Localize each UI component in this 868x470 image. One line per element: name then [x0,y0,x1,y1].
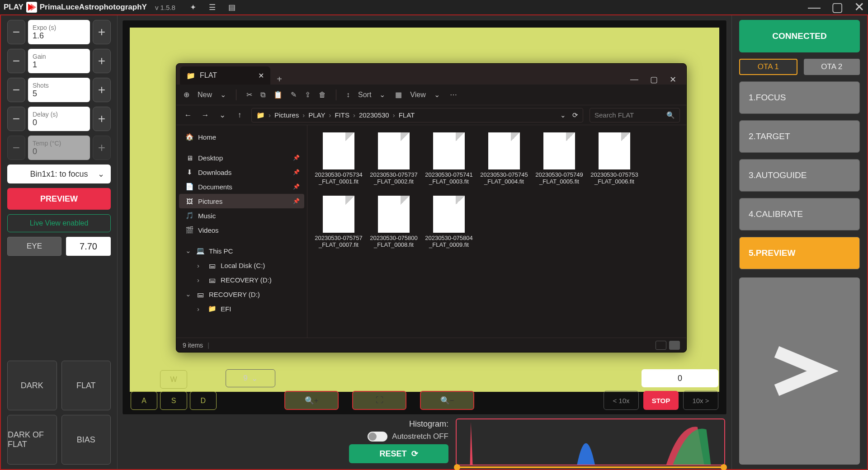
expo-plus[interactable]: + [93,20,111,44]
file-item[interactable]: 20230530-075800_FLAT_0008.fit [367,194,420,254]
more-menu[interactable]: ⋯ [450,90,457,99]
minimize-icon[interactable]: — [808,1,821,14]
close-icon[interactable]: ✕ [854,1,864,14]
speed-select[interactable]: 9 ⌄ [226,369,275,387]
chevron-down-icon[interactable]: ⌄ [560,111,566,119]
file-item[interactable]: 20230530-075745_FLAT_0004.fit [477,131,531,191]
binning-select[interactable]: Bin1x1: to focus ⌄ [7,164,111,183]
key-a[interactable]: A [131,391,157,410]
save-icon[interactable]: ▤ [228,3,236,12]
file-item[interactable]: 20230530-075737_FLAT_0002.fit [367,131,420,191]
explorer-files[interactable]: 20230530-075734_FLAT_0001.fit20230530-07… [307,125,686,338]
step-target[interactable]: 2.TARGET [739,120,860,153]
eye-label: EYE [7,237,61,256]
file-item[interactable]: 20230530-075804_FLAT_0009.fit [422,194,476,254]
step-autoguide[interactable]: 3.AUTOGUIDE [739,159,860,192]
step-preview[interactable]: 5.PREVIEW [739,237,860,269]
key-s[interactable]: S [160,391,187,410]
nav-desktop[interactable]: 🖥Desktop📌 [179,150,304,165]
nav-up-icon[interactable]: ↑ [234,111,245,120]
new-tab-button[interactable]: + [270,74,288,85]
nav-downloads[interactable]: ⬇Downloads📌 [179,165,304,179]
view-list-icon[interactable] [656,341,666,350]
ota-2-button[interactable]: OTA 2 [804,59,860,75]
key-w[interactable]: W [160,370,187,389]
zoom-out-button[interactable]: 🔍− [420,391,474,410]
explorer-search[interactable]: Search FLAT 🔍 [590,108,680,122]
sliders-icon[interactable]: ☰ [209,3,216,12]
nav-recent-icon[interactable]: ⌄ [217,110,228,120]
nav-back-icon[interactable]: ← [183,111,193,120]
flat-button[interactable]: FLAT [61,361,111,410]
back-10x-button[interactable]: < 10x [604,391,639,410]
ota-1-button[interactable]: OTA 1 [739,59,797,75]
step-calibrate[interactable]: 4.CALIBRATE [739,198,860,230]
tab-close-icon[interactable]: ✕ [258,71,264,80]
file-item[interactable]: 20230530-075757_FLAT_0007.fit [312,194,365,254]
nav-forward-icon[interactable]: → [200,111,211,120]
nav-recovery-d[interactable]: ⌄🖴RECOVERY (D:) [179,287,304,301]
maximize-icon[interactable]: ▢ [831,1,843,14]
gain-plus[interactable]: + [93,49,111,73]
zoom-in-button[interactable]: 🔍+ [284,391,339,410]
fwd-10x-button[interactable]: 10x > [683,391,718,410]
delay-field[interactable]: Delay (s) 0 [28,107,90,131]
bias-button[interactable]: BIAS [61,415,111,465]
view-menu[interactable]: ▦ View ⌄ [395,90,439,99]
breadcrumb[interactable]: 📁 ›Pictures ›PLAY ›FITS ›20230530 ›FLAT … [251,108,583,122]
dark-of-flat-button[interactable]: DARK OF FLAT [7,415,57,465]
sort-menu[interactable]: ↕ Sort ⌄ [346,90,385,99]
explorer-tab[interactable]: 📁 FLAT ✕ [180,66,270,85]
delete-icon[interactable]: 🗑 [319,91,326,99]
telescope-icon[interactable]: ✦ [190,3,196,12]
file-item[interactable]: 20230530-075741_FLAT_0003.fit [422,131,476,191]
view-grid-icon[interactable] [669,341,680,350]
explorer-maximize-icon[interactable]: ▢ [650,75,658,85]
zoom-fit-button[interactable]: ⛶ [352,391,406,410]
connected-status[interactable]: CONNECTED [739,20,860,52]
preview-controls: W A S D 9 ⌄ 🔍+ ⛶ 🔍− [123,369,726,414]
preview-button[interactable]: PREVIEW [7,188,111,210]
refresh-icon[interactable]: ⟳ [572,111,578,119]
shots-plus[interactable]: + [93,78,111,102]
nav-pictures[interactable]: 🖼Pictures📌 [179,194,304,208]
share-icon[interactable]: ⇪ [305,90,311,99]
explorer-window[interactable]: 📁 FLAT ✕ + — ▢ ✕ ⊕ New ⌄ ✂ [176,63,687,352]
gain-minus[interactable]: − [7,49,25,73]
nav-music[interactable]: 🎵Music [179,208,304,223]
delay-plus[interactable]: + [93,107,111,131]
rename-icon[interactable]: ✎ [291,90,297,99]
nav-drive-recovery[interactable]: ›🖴RECOVERY (D:) [179,273,304,287]
explorer-nav[interactable]: 🏠Home 🖥Desktop📌 ⬇Downloads📌 📄Documents📌 … [176,125,307,338]
stop-button[interactable]: STOP [643,391,679,410]
autostretch-toggle[interactable] [368,432,387,442]
file-item[interactable]: 20230530-075753_FLAT_0006.fit [588,131,641,191]
file-name: 20230530-075745_FLAT_0004.fit [480,171,528,185]
key-d[interactable]: D [190,391,217,410]
paste-icon[interactable]: 📋 [274,90,283,99]
shots-minus[interactable]: − [7,78,25,102]
explorer-minimize-icon[interactable]: — [630,75,638,85]
file-item[interactable]: 20230530-075734_FLAT_0001.fit [312,131,365,191]
explorer-close-icon[interactable]: ✕ [670,75,676,85]
nav-efi[interactable]: ›📁EFI [179,301,304,316]
gain-field[interactable]: Gain 1 [28,49,90,73]
shots-field[interactable]: Shots 5 [28,78,90,102]
eye-value: 7.70 [66,237,111,256]
new-menu[interactable]: ⊕ New ⌄ [184,90,226,99]
file-item[interactable]: 20230530-075749_FLAT_0005.fit [533,131,586,191]
nav-documents[interactable]: 📄Documents📌 [179,179,304,194]
reset-button[interactable]: RESET ⟳ [349,444,448,463]
cut-icon[interactable]: ✂ [246,90,252,99]
expo-minus[interactable]: − [7,20,25,44]
expo-field[interactable]: Expo (s) 1.6 [28,20,90,44]
nav-this-pc[interactable]: ⌄💻This PC [179,244,304,258]
copy-icon[interactable]: ⧉ [260,91,265,99]
dark-button[interactable]: DARK [7,361,57,410]
delay-minus[interactable]: − [7,107,25,131]
histogram-slider[interactable] [457,466,724,468]
nav-videos[interactable]: 🎬Videos [179,223,304,237]
nav-drive-c[interactable]: ›🖴Local Disk (C:) [179,258,304,273]
step-focus[interactable]: 1.FOCUS [739,81,860,114]
nav-home[interactable]: 🏠Home [179,130,304,144]
